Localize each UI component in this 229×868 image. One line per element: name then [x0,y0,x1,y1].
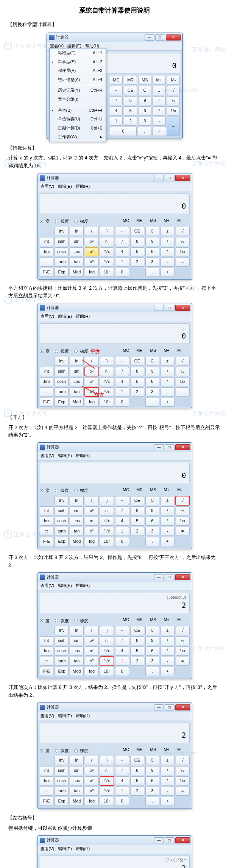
key-add[interactable]: + [153,127,166,136]
key-4[interactable]: 4 [115,247,129,256]
key-[interactable]: + [160,537,174,546]
key-fe[interactable]: F-E [40,667,54,676]
key-2[interactable]: 2 [130,657,144,666]
radio-grad[interactable] [74,749,78,752]
key-x[interactable]: x² [85,506,99,515]
titlebar[interactable]: 计算器 — □ ✕ [37,443,192,452]
dd-scientific[interactable]: 科学型(S)Alt+2 [50,58,106,67]
menu-edit[interactable]: 编辑(E) [58,183,72,190]
key-ce[interactable]: CE [124,86,137,95]
key-ln[interactable]: ln [70,357,84,366]
menu-help[interactable]: 帮助(H) [76,313,90,320]
key-ln[interactable]: ln [70,227,84,236]
key-mod[interactable]: Mod [70,667,84,676]
key-x[interactable]: x³ [85,787,99,796]
key-[interactable]: π [40,387,54,397]
menu-view[interactable]: 查看(V) [41,582,55,589]
key-sin[interactable]: sin [70,506,84,515]
dd-worksheet[interactable]: 工作表(W)▸ [50,133,106,142]
key-x[interactable]: x³ [85,387,99,397]
key-x[interactable]: xʸ [85,377,99,386]
key-mr[interactable]: MR [137,487,149,495]
key-[interactable]: . [145,398,159,407]
key-exp[interactable]: Exp [55,398,69,407]
key-inv[interactable]: Inv [55,496,69,505]
key-[interactable]: - [160,527,174,536]
key-mod[interactable]: Mod [70,268,84,277]
menu-edit[interactable]: 编辑(E) [58,846,72,852]
key-9[interactable]: 9 [145,766,159,775]
key-10[interactable]: 10ˣ [100,537,114,546]
key-ms[interactable]: MS [150,746,162,755]
menu-help[interactable]: 帮助(H) [76,453,90,459]
key-[interactable]: ± [160,756,174,765]
key-[interactable]: * [160,776,174,785]
key-1[interactable]: 1 [115,258,129,267]
key-dms[interactable]: dms [40,646,54,656]
key-8[interactable]: 8 [130,506,144,515]
key-5[interactable]: 5 [124,106,137,116]
key-[interactable]: π [40,258,54,267]
key-mr[interactable]: MR [137,347,149,356]
titlebar[interactable]: 计算器 — □ ✕ [37,173,192,183]
key-cosh[interactable]: cosh [55,377,69,386]
key-mod[interactable]: Mod [70,797,84,806]
key-[interactable]: π [40,657,54,666]
key-[interactable]: ± [160,227,174,236]
key-tan[interactable]: tan [70,527,84,536]
key-c[interactable]: C [145,626,159,635]
key-[interactable]: ± [160,357,174,366]
key-mc[interactable]: MC [123,487,135,495]
key-1[interactable]: 1 [115,657,129,666]
key-[interactable]: ( [85,227,99,236]
key-8[interactable]: 8 [130,237,144,246]
key-ms[interactable]: MS [150,487,162,495]
key-3[interactable]: 3 [138,117,151,126]
key-[interactable]: √ [176,626,190,635]
key-fe[interactable]: F-E [40,797,54,806]
key-[interactable]: ( [85,756,99,765]
close-button[interactable]: ✕ [175,574,190,580]
radio-deg[interactable] [40,220,43,223]
key-tanh[interactable]: tanh [55,787,69,796]
menu-edit[interactable]: 编辑(E) [58,582,72,589]
menu-help[interactable]: 帮助(H) [76,846,90,852]
key-0[interactable]: 0 [115,537,129,546]
key-ms[interactable]: MS [150,217,162,226]
key-cos[interactable]: cos [70,646,84,656]
key-x[interactable]: xʸ [85,517,99,526]
key-1x[interactable]: 1/x [176,776,190,785]
key-sinh[interactable]: sinh [55,367,69,376]
key-7[interactable]: 7 [115,367,129,376]
key-2[interactable]: 2 [130,527,144,536]
key-8[interactable]: 8 [124,96,137,105]
menu-help[interactable]: 帮助(H) [76,183,90,190]
key-x[interactable]: ³√x [100,787,114,796]
key-5[interactable]: 5 [130,377,144,386]
close-button[interactable]: ✕ [175,175,190,181]
key-ms[interactable]: MS [150,617,162,625]
key-[interactable]: ± [160,626,174,635]
key-[interactable]: = [176,387,190,397]
key-10[interactable]: 10ˣ [100,667,114,676]
radio-grad[interactable] [74,489,78,492]
key-ce[interactable]: CE [130,227,144,236]
key-[interactable]: / [160,636,174,645]
dd-stats[interactable]: 统计信息(A)Alt+4 [50,75,106,84]
key-mplus[interactable]: M+ [153,76,166,85]
key-tanh[interactable]: tanh [55,258,69,267]
key-fe[interactable]: F-E [40,537,54,546]
key-mr[interactable]: MR [137,746,149,755]
key-[interactable]: % [176,237,190,246]
key-[interactable]: ) [100,227,114,236]
key-1[interactable]: 1 [115,387,129,397]
key-mr[interactable]: MR [137,217,149,226]
key-tanh[interactable]: tanh [55,527,69,536]
dd-datecalc[interactable]: 日期计算(D)Ctrl+E [50,124,106,133]
key-cos[interactable]: cos [70,776,84,785]
key-3[interactable]: 3 [145,657,159,666]
key-[interactable]: * [160,646,174,656]
key-x[interactable]: ³√x [100,657,114,666]
key-2[interactable]: 2 [130,258,144,267]
maximize-button[interactable]: □ [165,704,174,710]
